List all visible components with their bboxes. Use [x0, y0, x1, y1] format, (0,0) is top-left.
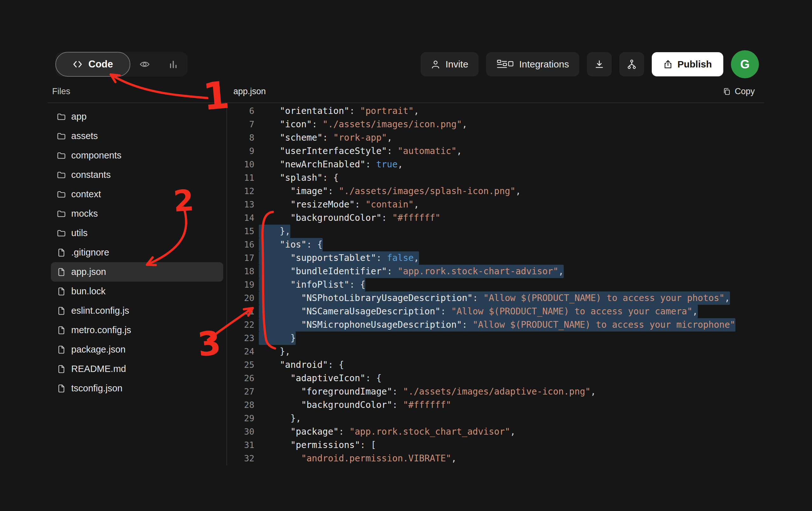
file-item-package.json[interactable]: package.json	[51, 340, 223, 359]
folder-item-context[interactable]: context	[51, 185, 223, 204]
folder-item-mocks[interactable]: mocks	[51, 204, 223, 223]
line-number: 20	[226, 292, 254, 305]
line-number: 25	[226, 358, 254, 372]
download-button[interactable]	[587, 52, 612, 76]
code-line-26: 26 "adaptiveIcon": {	[226, 372, 764, 385]
copy-button[interactable]: Copy	[720, 86, 757, 97]
folder-item-components[interactable]: components	[51, 146, 223, 165]
file-icon	[57, 287, 66, 296]
code-text: "adaptiveIcon": {	[269, 372, 381, 385]
code-text: "scheme": "rork-app",	[269, 131, 392, 144]
files-panel-title: Files	[48, 86, 226, 97]
toolbar: Code Invite	[55, 50, 759, 78]
git-fork-icon	[627, 59, 637, 70]
copy-icon	[722, 87, 731, 96]
code-text: "userInterfaceStyle": "automatic",	[269, 144, 462, 158]
line-number: 11	[226, 171, 254, 185]
folder-item-constants[interactable]: constants	[51, 165, 223, 185]
code-text: "backgroundColor": "#ffffff"	[269, 211, 440, 225]
code-line-23: 23 }	[226, 331, 764, 345]
code-view-button[interactable]: Code	[55, 52, 130, 77]
code-text-selected: }	[259, 331, 296, 345]
code-line-31: 31 "permissions": [	[226, 438, 764, 452]
fork-button[interactable]	[619, 52, 644, 76]
folder-item-assets[interactable]: assets	[51, 126, 223, 146]
code-text: "permissions": [	[269, 438, 376, 452]
file-label: tsconfig.json	[71, 383, 122, 394]
file-label: app.json	[71, 267, 106, 277]
file-item-.gitignore[interactable]: .gitignore	[51, 243, 223, 262]
preview-eye-button[interactable]	[130, 52, 159, 77]
toolbar-right: Invite Integrations	[420, 50, 759, 78]
folder-item-utils[interactable]: utils	[51, 223, 223, 243]
person-icon	[431, 59, 440, 69]
file-item-README.md[interactable]: README.md	[51, 359, 223, 379]
code-line-14: 14 "backgroundColor": "#ffffff"	[226, 211, 764, 225]
file-label: mocks	[71, 208, 98, 219]
code-editor[interactable]: 6 "orientation": "portrait",7 "icon": ".…	[226, 104, 764, 465]
line-number: 7	[226, 118, 254, 131]
avatar[interactable]: G	[731, 50, 759, 78]
file-icon	[57, 248, 66, 258]
publish-button[interactable]: Publish	[652, 52, 723, 76]
code-line-29: 29 },	[226, 412, 764, 425]
file-icon	[57, 306, 66, 316]
code-text: "icon": "./assets/images/icon.png",	[269, 118, 467, 131]
file-label: bun.lock	[71, 286, 106, 297]
code-text: "foregroundImage": "./assets/images/adap…	[269, 385, 596, 398]
folder-icon	[57, 209, 66, 219]
file-list: appassetscomponentsconstantscontextmocks…	[51, 107, 223, 398]
code-text: },	[269, 345, 290, 358]
file-item-eslint.config.js[interactable]: eslint.config.js	[51, 301, 223, 320]
line-number: 27	[226, 385, 254, 398]
folder-item-app[interactable]: app	[51, 107, 223, 126]
file-item-bun.lock[interactable]: bun.lock	[51, 281, 223, 301]
code-text: "backgroundColor": "#ffffff"	[269, 398, 451, 412]
code-line-6: 6 "orientation": "portrait",	[226, 104, 764, 118]
file-label: eslint.config.js	[71, 305, 129, 316]
code-text-selected: "NSPhotoLibraryUsageDescription": "Allow…	[259, 292, 730, 305]
code-line-8: 8 "scheme": "rork-app",	[226, 131, 764, 144]
file-label: app	[71, 111, 86, 122]
file-label: metro.config.js	[71, 325, 131, 335]
file-label: utils	[71, 228, 88, 238]
invite-button[interactable]: Invite	[420, 52, 478, 76]
code-text-selected: "bundleIdentifier": "app.rork.stock-char…	[259, 265, 564, 278]
line-number: 31	[226, 438, 254, 452]
line-number: 8	[226, 131, 254, 144]
file-label: components	[71, 150, 121, 161]
code-line-30: 30 "package": "app.rork.stock_chart_advi…	[226, 425, 764, 438]
code-text-selected: "NSMicrophoneUsageDescription": "Allow $…	[259, 318, 735, 331]
code-line-7: 7 "icon": "./assets/images/icon.png",	[226, 118, 764, 131]
code-view-label: Code	[88, 58, 113, 70]
integrations-button[interactable]: Integrations	[486, 52, 579, 76]
code-line-12: 12 "image": "./assets/images/splash-icon…	[226, 185, 764, 198]
code-text: },	[269, 412, 301, 425]
file-label: .gitignore	[71, 247, 109, 258]
file-label: context	[71, 189, 101, 199]
code-line-28: 28 "backgroundColor": "#ffffff"	[226, 398, 764, 412]
code-text: "image": "./assets/images/splash-icon.pn…	[269, 185, 521, 198]
code-line-21: 21 "NSCameraUsageDescription": "Allow $(…	[226, 305, 764, 318]
code-text-selected: },	[259, 225, 290, 238]
editor-filename: app.json	[226, 86, 266, 97]
file-icon	[57, 267, 66, 277]
code-text: "android": {	[269, 358, 344, 372]
file-item-app.json[interactable]: app.json	[51, 262, 223, 281]
analytics-button[interactable]	[159, 52, 187, 77]
code-line-25: 25 "android": {	[226, 358, 764, 372]
copy-label: Copy	[735, 86, 755, 97]
file-item-metro.config.js[interactable]: metro.config.js	[51, 320, 223, 340]
file-item-tsconfig.json[interactable]: tsconfig.json	[51, 379, 223, 398]
invite-label: Invite	[445, 59, 468, 70]
line-number: 29	[226, 412, 254, 425]
code-line-16: 16 "ios": {	[226, 238, 764, 251]
folder-icon	[57, 228, 66, 238]
integrations-label: Integrations	[519, 59, 569, 70]
code-line-13: 13 "resizeMode": "contain",	[226, 198, 764, 211]
code-text-selected: "NSCameraUsageDescription": "Allow $(PRO…	[259, 305, 698, 318]
code-line-17: 17 "supportsTablet": false,	[226, 251, 764, 265]
code-text-selected: "ios": {	[259, 238, 323, 251]
line-number: 19	[226, 278, 254, 292]
share-upload-icon	[663, 59, 673, 69]
